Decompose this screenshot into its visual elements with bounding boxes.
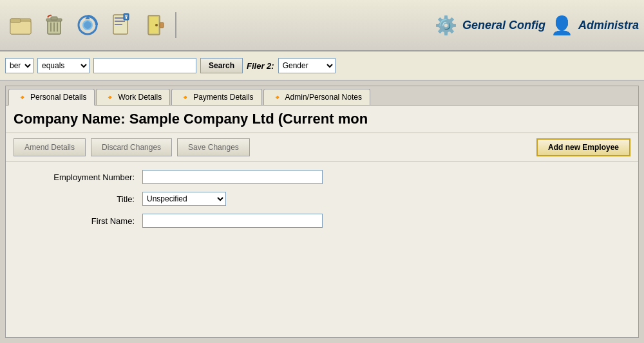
payments-details-tab-icon: 🔸	[180, 92, 191, 102]
tab-work-details[interactable]: 🔸 Work Details	[96, 89, 170, 105]
administration-label: Administra	[578, 19, 639, 32]
svg-rect-17	[126, 17, 127, 19]
svg-rect-12	[115, 17, 124, 19]
toolbar: ⚙️ General Config 👤 Administra	[0, 0, 644, 51]
add-new-employee-button[interactable]: Add new Employee	[536, 138, 630, 156]
svg-rect-21	[160, 23, 164, 28]
action-buttons: Amend Details Discard Changes Save Chang…	[6, 133, 638, 162]
folder-icon[interactable]	[5, 10, 36, 41]
first-name-label: First Name:	[14, 216, 142, 226]
svg-rect-13	[115, 21, 125, 22]
search-bar: ber equals contains starts with ends wit…	[0, 51, 644, 80]
filter-field-select[interactable]: ber	[5, 58, 33, 73]
filer2-select[interactable]: Gender Title Department	[278, 58, 336, 73]
tab-work-details-label: Work Details	[118, 93, 162, 102]
tab-payments-details[interactable]: 🔸 Payments Details	[171, 89, 261, 105]
admin-icon: 👤	[551, 15, 573, 36]
tab-admin-notes-label: Admin/Personal Notes	[285, 93, 362, 102]
toolbar-separator	[175, 12, 176, 38]
refresh-icon[interactable]	[72, 10, 103, 41]
main-content: 🔸 Personal Details 🔸 Work Details 🔸 Paym…	[5, 86, 639, 338]
svg-point-20	[155, 24, 158, 26]
form-area: Employment Number: Title: Unspecified Mr…	[6, 162, 638, 243]
recycle-bin-icon[interactable]	[39, 10, 70, 41]
work-details-tab-icon: 🔸	[104, 92, 115, 102]
tab-personal-details[interactable]: 🔸 Personal Details	[8, 89, 95, 106]
general-config-label: General Config	[462, 19, 545, 32]
employment-number-label: Employment Number:	[14, 172, 142, 182]
title-select[interactable]: Unspecified Mr Mrs Ms Miss Dr	[142, 192, 226, 206]
search-input[interactable]	[93, 58, 196, 73]
tab-admin-notes[interactable]: 🔸 Admin/Personal Notes	[263, 89, 370, 105]
title-row: Title: Unspecified Mr Mrs Ms Miss Dr	[14, 192, 630, 206]
svg-rect-16	[125, 15, 128, 17]
employment-number-input[interactable]	[142, 170, 323, 184]
svg-rect-1	[10, 21, 31, 34]
tab-personal-details-label: Personal Details	[30, 93, 86, 102]
door-exit-icon[interactable]	[139, 10, 170, 41]
tab-payments-details-label: Payments Details	[193, 93, 253, 102]
svg-rect-2	[10, 19, 21, 23]
operator-select[interactable]: equals contains starts with ends with	[37, 58, 90, 73]
company-header: Company Name: Sample Company Ltd (Curren…	[6, 106, 638, 133]
title-label: Title:	[14, 194, 142, 204]
personal-details-tab-icon: 🔸	[17, 92, 28, 102]
document-info-icon[interactable]	[106, 10, 137, 41]
filer2-label: Filer 2:	[247, 61, 274, 71]
save-changes-button[interactable]: Save Changes	[177, 138, 250, 156]
tabs-bar: 🔸 Personal Details 🔸 Work Details 🔸 Paym…	[6, 86, 638, 106]
first-name-input[interactable]	[142, 214, 323, 228]
gear-icon: ⚙️	[435, 15, 457, 36]
admin-notes-tab-icon: 🔸	[272, 92, 283, 102]
first-name-row: First Name:	[14, 214, 630, 228]
employment-number-row: Employment Number:	[14, 170, 630, 184]
toolbar-right: ⚙️ General Config 👤 Administra	[435, 15, 639, 36]
title-select-row: Unspecified Mr Mrs Ms Miss Dr	[142, 192, 226, 206]
svg-rect-14	[115, 24, 122, 25]
amend-details-button[interactable]: Amend Details	[14, 138, 86, 156]
search-button[interactable]: Search	[200, 58, 243, 73]
svg-rect-5	[51, 17, 57, 20]
discard-changes-button[interactable]: Discard Changes	[91, 138, 172, 156]
